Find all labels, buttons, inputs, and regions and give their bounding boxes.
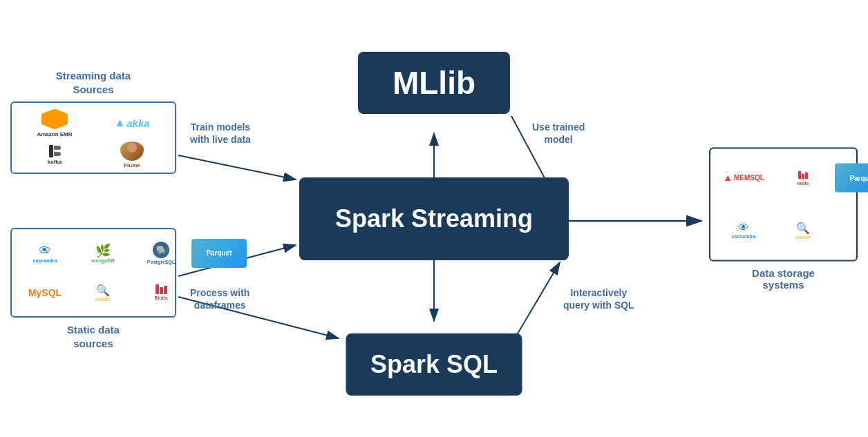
- interactively-label: Interactively query with SQL: [563, 287, 634, 311]
- logo-memsql: ▲ MEMSQL: [716, 164, 771, 193]
- process-with-label: Process with dataframes: [190, 287, 249, 311]
- spark-sql-label: Spark SQL: [370, 350, 498, 379]
- spark-streaming-box: Spark Streaming: [299, 177, 569, 260]
- logo-emr: Amazon EMR: [27, 108, 82, 137]
- logo-flume: Flume: [104, 140, 160, 169]
- logo-postgresql: 🐘 PostgreSQL: [133, 239, 189, 268]
- logo-redis-right: redis: [775, 164, 831, 193]
- spark-sql-box: Spark SQL: [346, 333, 522, 396]
- mllib-box: MLlib: [358, 52, 510, 114]
- storage-box: ▲ MEMSQL redis Parquet 👁 cassandra: [709, 147, 858, 261]
- svg-line-7: [515, 262, 560, 338]
- diagram-container: Streaming data Sources Amazon EMR ▲ akka: [0, 0, 868, 437]
- logo-cassandra: 👁 cassandra: [17, 239, 73, 268]
- logo-elasticsearch-static: 🔍 elastic: [75, 278, 131, 307]
- streaming-source-box: Amazon EMR ▲ akka kafka: [10, 101, 176, 174]
- logo-redis-static: Redis: [133, 278, 189, 307]
- mllib-label: MLlib: [393, 64, 475, 101]
- logo-parquet-static: Parquet: [191, 239, 247, 268]
- spark-streaming-label: Spark Streaming: [335, 204, 533, 233]
- storage-label: Data storage systems: [752, 266, 815, 290]
- logo-parquet-right: Parquet: [835, 164, 868, 193]
- svg-line-2: [178, 155, 296, 179]
- train-models-label: Train models with live data: [190, 121, 251, 146]
- logo-elasticsearch-right: 🔍 elastic: [775, 215, 831, 244]
- static-sources-label: Static data sources: [67, 323, 120, 350]
- static-source-box: 👁 cassandra 🌿 mongoDB 🐘 PostgreSQL Parqu…: [10, 228, 176, 318]
- logo-mongodb: 🌿 mongoDB: [75, 239, 131, 268]
- empty-right: [835, 215, 868, 244]
- streaming-sources-label: Streaming data Sources: [56, 69, 131, 96]
- logo-cassandra-right: 👁 cassandra: [716, 215, 771, 244]
- logo-akka: ▲ akka: [104, 108, 160, 137]
- logo-mysql: MySQL: [17, 278, 73, 307]
- logo-kafka: kafka: [27, 140, 82, 169]
- right-section: ▲ MEMSQL redis Parquet 👁 cassandra: [709, 147, 858, 290]
- use-trained-label: Use trained model: [532, 121, 585, 146]
